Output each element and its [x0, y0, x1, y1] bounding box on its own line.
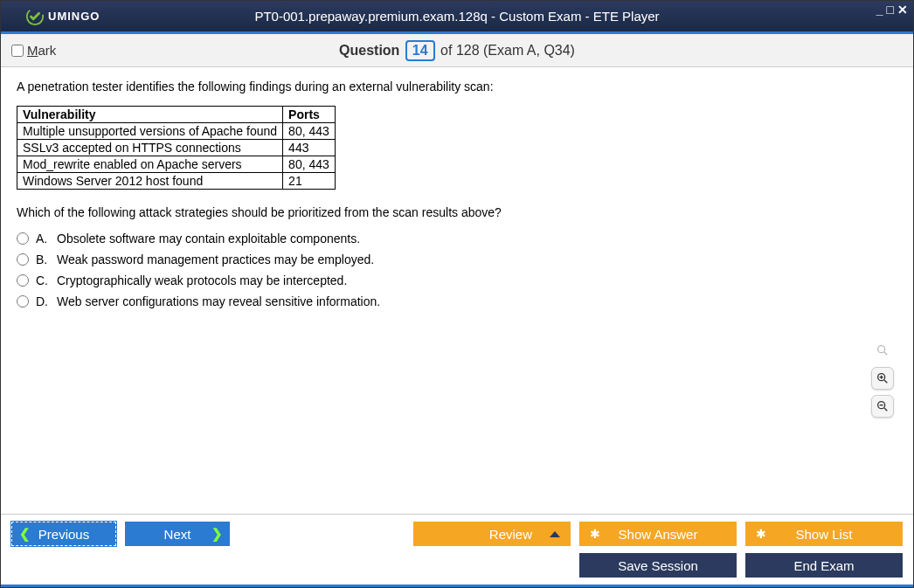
question-content: A penetration tester identifies the foll…: [1, 67, 913, 514]
vulnerability-table: VulnerabilityPorts Multiple unsupported …: [17, 106, 336, 190]
answer-option[interactable]: B.Weak password management practices may…: [17, 252, 897, 266]
question-intro: A penetration tester identifies the foll…: [17, 80, 897, 93]
table-cell: 443: [283, 140, 336, 156]
answer-option[interactable]: A.Obsolete software may contain exploita…: [17, 232, 897, 246]
answer-options: A.Obsolete software may contain exploita…: [17, 232, 897, 308]
answer-radio[interactable]: [17, 274, 29, 287]
table-cell: Mod_rewrite enabled on Apache servers: [17, 156, 283, 173]
review-button[interactable]: Review: [413, 522, 571, 546]
window-controls: _ □ ✕: [876, 3, 908, 17]
logo-text: UMINGO: [48, 10, 100, 23]
list-icon: ✱: [756, 527, 766, 541]
table-header: Ports: [283, 107, 336, 123]
table-header: Vulnerability: [17, 107, 283, 123]
svg-line-4: [884, 380, 887, 383]
triangle-up-icon: [550, 531, 560, 537]
table-row: Mod_rewrite enabled on Apache servers80,…: [17, 156, 336, 173]
question-prompt: Which of the following attack strategies…: [17, 205, 897, 219]
save-session-button[interactable]: Save Session: [579, 553, 737, 578]
table-cell: Multiple unsupported versions of Apache …: [17, 123, 283, 140]
table-cell: SSLv3 accepted on HTTPS connections: [17, 140, 283, 156]
mark-label[interactable]: Mark: [27, 43, 56, 58]
minimize-icon[interactable]: _: [876, 3, 883, 17]
answer-option[interactable]: C.Cryptographically weak protocols may b…: [17, 273, 897, 287]
window-title: PT0-001.prepaway.premium.exam.128q - Cus…: [1, 9, 913, 24]
table-row: Windows Server 2012 host found21: [17, 173, 336, 190]
answer-radio[interactable]: [17, 295, 29, 308]
logo-check-icon: [25, 7, 45, 26]
table-cell: 80, 443: [283, 123, 336, 140]
zoom-out-button[interactable]: [871, 395, 894, 418]
svg-point-1: [878, 346, 885, 353]
app-logo: UMINGO: [25, 7, 100, 26]
bottom-border: [1, 585, 913, 587]
answer-letter: D.: [36, 294, 50, 308]
next-button[interactable]: Next ❯: [125, 522, 230, 546]
answer-icon: ✱: [590, 527, 600, 541]
show-list-button[interactable]: ✱ Show List: [745, 522, 903, 546]
titlebar: UMINGO PT0-001.prepaway.premium.exam.128…: [1, 1, 913, 34]
svg-line-8: [884, 408, 887, 411]
answer-radio[interactable]: [17, 232, 29, 245]
end-exam-button[interactable]: End Exam: [745, 553, 903, 578]
question-counter: Question 14 of 128 (Exam A, Q34): [1, 40, 913, 61]
show-answer-button[interactable]: ✱ Show Answer: [579, 522, 737, 546]
answer-text: Obsolete software may contain exploitabl…: [57, 232, 360, 246]
zoom-controls: [871, 339, 894, 418]
maximize-icon[interactable]: □: [887, 3, 894, 17]
mark-checkbox[interactable]: [11, 45, 24, 57]
table-row: Multiple unsupported versions of Apache …: [17, 123, 336, 140]
svg-line-2: [884, 352, 887, 355]
answer-text: Web server configurations may reveal sen…: [57, 294, 380, 308]
current-question-number: 14: [405, 40, 435, 61]
question-bar: Mark Question 14 of 128 (Exam A, Q34): [1, 34, 913, 67]
zoom-reset-button[interactable]: [871, 339, 894, 362]
answer-radio[interactable]: [17, 253, 29, 266]
footer: ❮ Previous Next ❯ Review ✱ Show Answer ✱…: [1, 514, 913, 585]
answer-letter: B.: [36, 252, 50, 266]
close-icon[interactable]: ✕: [897, 3, 908, 17]
zoom-in-button[interactable]: [871, 367, 894, 390]
answer-text: Weak password management practices may b…: [57, 252, 374, 266]
table-cell: 21: [283, 173, 336, 190]
table-cell: 80, 443: [283, 156, 336, 173]
answer-letter: A.: [36, 232, 50, 246]
answer-option[interactable]: D.Web server configurations may reveal s…: [17, 294, 897, 308]
table-cell: Windows Server 2012 host found: [17, 173, 283, 190]
previous-button[interactable]: ❮ Previous: [11, 522, 116, 546]
answer-text: Cryptographically weak protocols may be …: [57, 273, 347, 287]
answer-letter: C.: [36, 273, 50, 287]
arrow-left-icon: ❮: [19, 526, 31, 542]
table-row: SSLv3 accepted on HTTPS connections443: [17, 140, 336, 156]
mark-checkbox-group[interactable]: Mark: [11, 43, 56, 58]
arrow-right-icon: ❯: [211, 526, 223, 542]
